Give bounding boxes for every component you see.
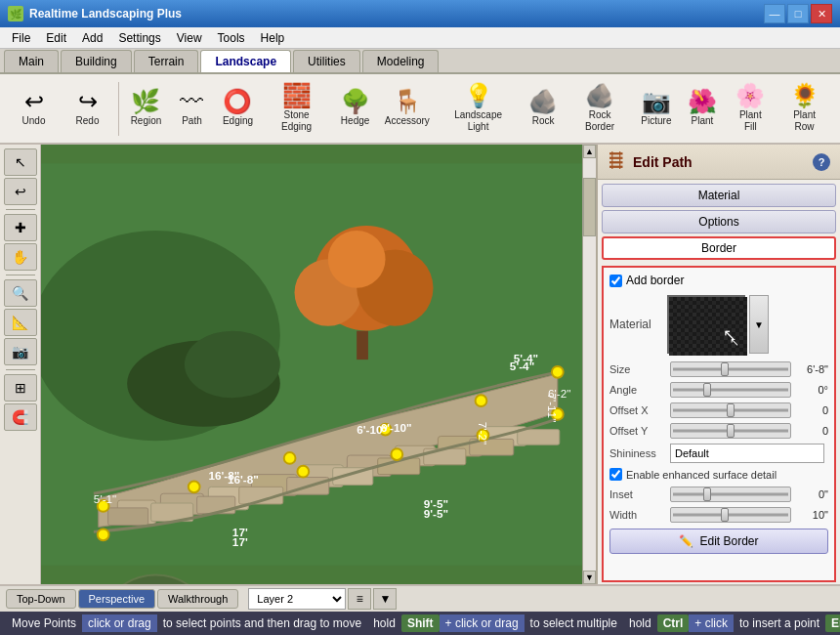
svg-point-40 (98, 529, 109, 540)
status-to-select: to select points and then drag to move (157, 614, 367, 632)
status-enter-key: Enter (825, 614, 840, 632)
layer-icon-button-1[interactable]: ≡ (348, 588, 371, 610)
layer-icon-button-2[interactable]: ▼ (373, 588, 397, 610)
close-button[interactable]: ✕ (811, 4, 832, 23)
size-value: 6'-8" (795, 363, 828, 375)
panel-title: Edit Path (633, 154, 805, 170)
menu-tools[interactable]: Tools (210, 29, 253, 47)
menu-view[interactable]: View (169, 29, 210, 47)
add-border-checkbox[interactable] (609, 275, 622, 287)
hand-button[interactable]: ✋ (4, 243, 37, 271)
offset-x-slider[interactable] (670, 402, 791, 418)
redo-button[interactable]: ↪ Redo (65, 80, 109, 137)
top-down-view-button[interactable]: Top-Down (6, 589, 76, 609)
select-tool-button[interactable]: ↖ (4, 148, 37, 176)
canvas-area[interactable]: 5'-4" 16'-8" 6'-10" 6'-2" 7'-11" 5'-1" 7… (41, 145, 596, 584)
material-preview[interactable]: ↖ (667, 295, 745, 354)
stone-edging-button[interactable]: 🧱 Stone Edging (262, 80, 331, 137)
edging-button[interactable]: ⭕ Edging (216, 80, 260, 137)
status-to-insert: to insert a point (734, 614, 825, 632)
region-button[interactable]: 🌿 Region (124, 80, 168, 137)
inset-slider[interactable] (670, 487, 791, 502)
scroll-up-button[interactable]: ▲ (583, 145, 596, 158)
camera-button[interactable]: 📷 (4, 338, 37, 365)
material-tab[interactable]: Material (602, 184, 836, 207)
grid-button[interactable]: ⊞ (4, 374, 37, 402)
offset-y-slider[interactable] (670, 423, 791, 439)
size-slider[interactable] (670, 361, 791, 377)
stone-edging-label: Stone Edging (268, 109, 325, 133)
menu-help[interactable]: Help (253, 29, 293, 47)
tab-terrain[interactable]: Terrain (134, 50, 199, 72)
undo-tool-button[interactable]: ↩ (4, 178, 37, 205)
shininess-select[interactable]: Default Low Medium High (670, 444, 824, 463)
vertical-scrollbar[interactable]: ▲ ▼ (582, 145, 596, 584)
landscape-light-button[interactable]: 💡 Landscape Light (437, 80, 519, 137)
menu-add[interactable]: Add (74, 29, 110, 47)
tab-building[interactable]: Building (61, 50, 132, 72)
offset-x-value: 0 (795, 404, 828, 416)
hedge-button[interactable]: 🌳 Hedge (333, 80, 377, 137)
tab-utilities[interactable]: Utilities (293, 50, 360, 72)
menu-bar: File Edit Add Settings View Tools Help (0, 27, 840, 49)
walkthrough-view-button[interactable]: Walkthrough (157, 589, 238, 609)
rock-button[interactable]: 🪨 Rock (522, 80, 566, 137)
measure-button[interactable]: 📐 (4, 309, 37, 336)
width-slider[interactable] (670, 507, 791, 523)
angle-slider[interactable] (670, 382, 791, 398)
help-button[interactable]: ? (813, 153, 830, 171)
status-bar: Top-Down Perspective Walkthrough Layer 2… (0, 584, 840, 612)
border-tab[interactable]: Border (602, 236, 836, 260)
plant-row-label: Plant Row (782, 109, 826, 133)
scroll-down-button[interactable]: ▼ (583, 571, 596, 584)
layer-select[interactable]: Layer 2 Layer 1 Layer 3 (248, 588, 346, 610)
plant-row-button[interactable]: 🌻 Plant Row (777, 80, 832, 137)
offset-y-label: Offset Y (609, 425, 666, 437)
picture-button[interactable]: 📷 Picture (634, 80, 678, 137)
canvas-svg: 5'-4" 16'-8" 6'-10" 6'-2" 7'-11" 5'-1" 7… (41, 145, 596, 584)
maximize-button[interactable]: □ (787, 4, 809, 23)
tab-landscape[interactable]: Landscape (200, 50, 291, 72)
move-point-button[interactable]: ✚ (4, 214, 37, 241)
picture-icon: 📷 (642, 90, 671, 113)
menu-settings[interactable]: Settings (110, 29, 168, 47)
status-click-drag-1: click or drag (82, 614, 157, 632)
perspective-view-button[interactable]: Perspective (78, 589, 155, 609)
plant-fill-button[interactable]: 🌸 Plant Fill (726, 80, 775, 137)
tab-main[interactable]: Main (4, 50, 59, 72)
svg-rect-20 (518, 430, 560, 445)
toolbar: ↩ Undo ↪ Redo 🌿 Region 〰 Path ⭕ Edging 🧱… (0, 74, 840, 145)
undo-redo-group: ↩ Undo (8, 78, 60, 139)
scroll-track[interactable] (583, 158, 596, 571)
menu-file[interactable]: File (4, 29, 38, 47)
stone-edging-icon: 🧱 (282, 84, 312, 107)
status-hold-2: hold (623, 614, 657, 632)
svg-text:↖: ↖ (730, 335, 739, 349)
region-label: Region (131, 115, 162, 127)
path-button[interactable]: 〰 Path (170, 80, 214, 137)
material-dropdown[interactable]: ▼ (749, 295, 769, 354)
svg-text:7'-11": 7'-11" (546, 393, 559, 422)
enhanced-checkbox[interactable] (609, 468, 622, 481)
minimize-button[interactable]: — (764, 4, 785, 23)
svg-rect-13 (197, 496, 235, 514)
options-tab[interactable]: Options (602, 210, 836, 233)
tab-modeling[interactable]: Modeling (362, 50, 440, 72)
accessory-button[interactable]: 🪑 Accessory (379, 80, 435, 137)
rock-border-button[interactable]: 🪨 Rock Border (567, 80, 633, 137)
svg-point-33 (284, 452, 296, 464)
width-value: 10" (795, 509, 828, 521)
toolbar-sep-1 (118, 82, 119, 136)
right-panel: 🛤 Edit Path ? Material Options Border Ad… (596, 145, 840, 584)
app-title: Realtime Landscaping Plus (29, 7, 182, 21)
undo-button[interactable]: ↩ Undo (12, 80, 56, 137)
svg-point-24 (328, 231, 386, 288)
zoom-button[interactable]: 🔍 (4, 279, 37, 307)
magnet-button[interactable]: 🧲 (4, 403, 37, 431)
scroll-thumb[interactable] (583, 178, 596, 236)
menu-edit[interactable]: Edit (38, 29, 74, 47)
plant-button[interactable]: 🌺 Plant (680, 80, 724, 137)
size-label: Size (609, 363, 666, 375)
edit-border-label: Edit Border (699, 534, 758, 548)
edit-border-button[interactable]: ✏️ Edit Border (609, 529, 828, 554)
